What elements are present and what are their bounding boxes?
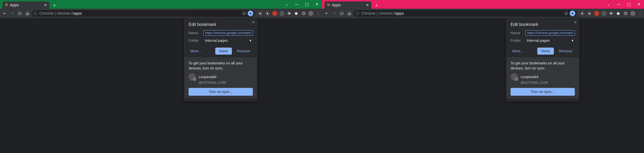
home-button[interactable] bbox=[24, 10, 31, 17]
side-panel-icon[interactable] bbox=[623, 11, 628, 16]
forward-button[interactable] bbox=[331, 10, 338, 17]
close-icon[interactable]: ✕ bbox=[43, 3, 47, 7]
page-content: ✕ Edit bookmark Name Folder Internal pag… bbox=[0, 18, 322, 153]
avatar: ⊘ bbox=[510, 73, 518, 80]
folder-value: Internal pages bbox=[205, 39, 228, 43]
user-name: Leopeva64 bbox=[199, 75, 216, 79]
extensions-puzzle-icon[interactable] bbox=[294, 11, 299, 16]
chevron-down-icon: ▾ bbox=[572, 38, 574, 43]
turn-on-sync-button[interactable]: Turn on sync... bbox=[188, 88, 253, 96]
extension-icon[interactable] bbox=[608, 11, 614, 16]
close-icon[interactable]: ✕ bbox=[251, 20, 255, 25]
new-tab-button[interactable]: ＋ bbox=[51, 2, 58, 9]
tab-apps[interactable]: Apps ✕ bbox=[2, 2, 50, 9]
bookmark-name-input[interactable] bbox=[203, 30, 253, 36]
more-button[interactable]: More... bbox=[510, 48, 525, 54]
site-info-icon[interactable]: ⓘ bbox=[34, 11, 37, 16]
profile-avatar-icon[interactable] bbox=[630, 11, 635, 16]
minimize-button[interactable]: — bbox=[614, 0, 624, 9]
extension-icon[interactable] bbox=[272, 11, 277, 16]
url-input[interactable]: ⓘ Chrome | chrome://apps ★ bbox=[32, 10, 255, 17]
address-bar: ⓘ Chrome | chrome://apps ★ ● ● ⋮ bbox=[322, 9, 644, 18]
svg-rect-6 bbox=[566, 14, 567, 15]
profile-avatar-icon[interactable] bbox=[308, 11, 313, 16]
done-button[interactable]: Done bbox=[537, 48, 554, 55]
forward-button[interactable] bbox=[9, 10, 16, 17]
extension-icon[interactable] bbox=[594, 11, 599, 16]
menu-kebab-icon[interactable]: ⋮ bbox=[638, 11, 642, 16]
side-panel-icon[interactable] bbox=[301, 11, 306, 16]
user-name: Leopeva64 bbox=[521, 75, 538, 79]
bookmark-name-input[interactable] bbox=[525, 30, 575, 36]
sync-off-badge-icon: ⊘ bbox=[193, 78, 196, 81]
name-label: Name bbox=[188, 31, 200, 35]
remove-button[interactable]: Remove bbox=[234, 48, 253, 55]
tab-title: Apps bbox=[10, 3, 42, 8]
close-icon[interactable]: ✕ bbox=[573, 20, 577, 25]
folder-label: Folder bbox=[510, 39, 522, 43]
svg-rect-0 bbox=[243, 12, 246, 14]
folder-value: Internal pages bbox=[527, 39, 550, 43]
browser-window-1: Apps ✕ ＋ ⌄ — ▢ ✕ ⓘ Chrome | chrome://app… bbox=[0, 0, 322, 153]
menu-kebab-icon[interactable]: ⋮ bbox=[316, 11, 320, 16]
url-text: Chrome | chrome://apps bbox=[361, 11, 404, 16]
user-email: @HOTMAIL.COM bbox=[521, 81, 575, 85]
more-button[interactable]: More... bbox=[188, 48, 203, 54]
extension-icon[interactable] bbox=[602, 11, 606, 16]
titlebar: Apps ✕ ＋ ⌄ — ▢ ✕ bbox=[322, 0, 644, 9]
svg-rect-3 bbox=[302, 12, 305, 15]
name-label: Name bbox=[510, 31, 522, 35]
sync-user: ⊘ Leopeva64 bbox=[188, 73, 253, 80]
back-button[interactable] bbox=[324, 10, 330, 17]
extension-icon[interactable]: ● bbox=[587, 11, 592, 16]
maximize-button[interactable]: ▢ bbox=[624, 0, 634, 9]
svg-rect-1 bbox=[244, 14, 245, 15]
avatar: ⊘ bbox=[188, 73, 196, 80]
extension-icon[interactable]: ● bbox=[580, 11, 585, 16]
extension-icon[interactable]: ● bbox=[265, 11, 270, 16]
close-button[interactable]: ✕ bbox=[312, 0, 322, 9]
chevron-down-icon[interactable]: ⌄ bbox=[604, 0, 614, 9]
tab-apps[interactable]: Apps ✕ bbox=[324, 2, 372, 9]
reload-button[interactable] bbox=[338, 10, 345, 17]
chevron-down-icon[interactable]: ⌄ bbox=[282, 0, 292, 9]
svg-point-7 bbox=[610, 13, 612, 14]
home-button[interactable] bbox=[346, 10, 353, 17]
turn-on-sync-button[interactable]: Turn on sync... bbox=[510, 88, 575, 96]
maximize-button[interactable]: ▢ bbox=[302, 0, 312, 9]
site-info-icon[interactable]: ⓘ bbox=[356, 11, 359, 16]
folder-label: Folder bbox=[188, 39, 200, 43]
user-email: @HOTMAIL.COM bbox=[199, 81, 253, 85]
extensions-area: ● ● ⋮ bbox=[578, 11, 642, 16]
url-input[interactable]: ⓘ Chrome | chrome://apps ★ bbox=[354, 10, 577, 17]
done-button[interactable]: Done bbox=[215, 48, 232, 55]
close-button[interactable]: ✕ bbox=[634, 0, 644, 9]
reload-button[interactable] bbox=[16, 10, 23, 17]
extension-icon[interactable] bbox=[280, 11, 284, 16]
sync-off-badge-icon: ⊘ bbox=[515, 78, 518, 81]
new-tab-button[interactable]: ＋ bbox=[373, 2, 380, 9]
extension-icon[interactable] bbox=[286, 11, 292, 16]
extension-icon[interactable]: ● bbox=[258, 11, 263, 16]
sync-panel: To get your bookmarks on all your device… bbox=[184, 58, 257, 99]
close-icon[interactable]: ✕ bbox=[365, 3, 369, 7]
back-button[interactable] bbox=[2, 10, 8, 17]
tabs-area: Apps ✕ ＋ bbox=[0, 0, 58, 9]
share-icon[interactable] bbox=[564, 12, 568, 15]
tab-title: Apps bbox=[332, 3, 364, 8]
bookmark-star-icon[interactable]: ★ bbox=[570, 11, 575, 16]
folder-select[interactable]: Internal pages ▾ bbox=[525, 38, 575, 43]
svg-rect-8 bbox=[624, 12, 627, 15]
minimize-button[interactable]: — bbox=[292, 0, 302, 9]
folder-select[interactable]: Internal pages ▾ bbox=[203, 38, 253, 43]
share-icon[interactable] bbox=[242, 12, 246, 15]
sync-user: ⊘ Leopeva64 bbox=[510, 73, 575, 80]
extensions-area: ● ● ⋮ bbox=[256, 11, 320, 16]
bookmark-star-icon[interactable]: ★ bbox=[248, 11, 253, 16]
window-controls: ⌄ — ▢ ✕ bbox=[604, 0, 644, 9]
apps-grid-icon bbox=[5, 4, 8, 7]
remove-button[interactable]: Remove bbox=[556, 48, 575, 55]
titlebar: Apps ✕ ＋ ⌄ — ▢ ✕ bbox=[0, 0, 322, 9]
extensions-puzzle-icon[interactable] bbox=[616, 11, 621, 16]
tabs-area: Apps ✕ ＋ bbox=[322, 0, 380, 9]
